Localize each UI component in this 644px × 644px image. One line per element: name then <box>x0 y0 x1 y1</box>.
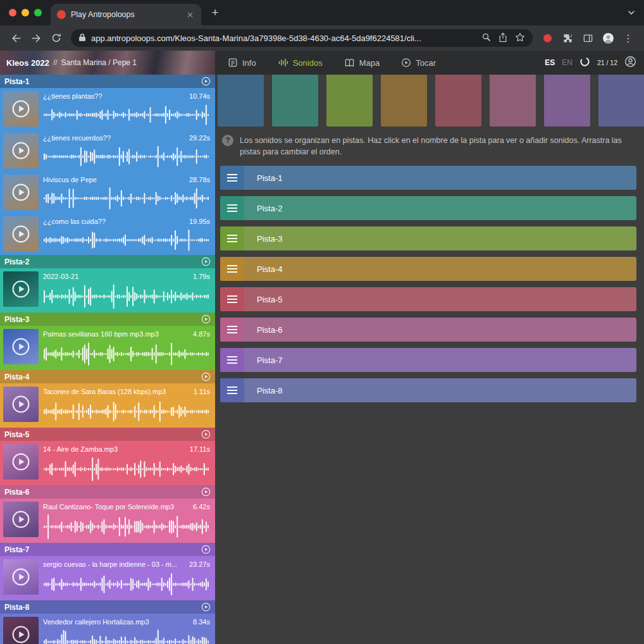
clip-play-button[interactable] <box>11 395 30 414</box>
header-right: ES EN 21 / 12 <box>545 56 644 70</box>
breadcrumb[interactable]: Kleos 2022 // Santa Marina / Pepe 1 <box>0 51 215 75</box>
drag-handle[interactable] <box>220 257 244 281</box>
track-bar-label: Pista-1 <box>244 166 282 190</box>
browser-menu-icon[interactable]: ⋮ <box>619 28 638 47</box>
clip-play-button[interactable] <box>11 625 30 644</box>
clip-play-button[interactable] <box>11 452 30 471</box>
clip-row[interactable]: Hiviscus de Pepe28.78s <box>0 171 215 213</box>
clip-row[interactable]: Vendedor callejero Hortalizas.mp38.34s <box>0 614 215 644</box>
lang-en-button[interactable]: EN <box>562 58 573 67</box>
track-bar-pista-6[interactable]: Pista-6 <box>220 318 636 342</box>
clip-play-button[interactable] <box>11 337 30 356</box>
track-bar-pista-4[interactable]: Pista-4 <box>220 257 636 281</box>
drag-handle[interactable] <box>220 378 244 402</box>
track-header[interactable]: Pista-3 <box>0 313 215 326</box>
help-box: ? Los sonidos se organizan en pistas. Ha… <box>222 135 631 158</box>
account-icon[interactable] <box>624 56 636 70</box>
forward-icon[interactable] <box>27 28 46 47</box>
track-header[interactable]: Pista-4 <box>0 370 215 383</box>
nav-tab-mapa[interactable]: Mapa <box>344 58 380 68</box>
address-bar[interactable]: app.antropoloops.com/Kleos-Santa-Marina/… <box>71 29 533 47</box>
tab-close-icon[interactable] <box>185 9 195 20</box>
track-play-button[interactable] <box>201 602 211 612</box>
window-close-button[interactable] <box>9 9 16 16</box>
track-bar-pista-1[interactable]: Pista-1 <box>220 166 636 190</box>
color-swatch-pista-3[interactable] <box>326 75 373 127</box>
track-play-button[interactable] <box>201 257 211 266</box>
drag-handle[interactable] <box>220 196 244 220</box>
track-header[interactable]: Pista-1 <box>0 75 215 88</box>
clip-play-button[interactable] <box>11 510 30 529</box>
recording-extension-icon[interactable] <box>538 28 557 47</box>
reload-icon[interactable] <box>47 28 66 47</box>
profile-avatar-icon[interactable] <box>598 28 617 47</box>
track-header[interactable]: Pista-6 <box>0 485 215 498</box>
track-header[interactable]: Pista-7 <box>0 543 215 556</box>
clip-play-button[interactable] <box>11 567 30 586</box>
clip-row[interactable]: Taconeo de Sara Baras (128 kbps).mp31.11… <box>0 383 215 428</box>
track-bar-pista-7[interactable]: Pista-7 <box>220 348 636 372</box>
color-swatch-pista-6[interactable] <box>490 75 536 127</box>
track-play-button[interactable] <box>201 77 211 86</box>
window-zoom-button[interactable] <box>34 9 42 16</box>
track-bar-pista-3[interactable]: Pista-3 <box>220 226 636 251</box>
nav-tab-tocar[interactable]: Tocar <box>401 58 436 68</box>
track-name: Pista-5 <box>4 430 201 439</box>
breadcrumb-project: Kleos 2022 <box>6 58 49 68</box>
track-section-pista-7: Pista-7sergio cuevas - la harpe indienne… <box>0 543 215 600</box>
clip-row[interactable]: ¿¿como las cuida??19.95s <box>0 213 215 255</box>
clip-waveform <box>43 399 210 424</box>
color-swatch-pista-5[interactable] <box>435 75 481 127</box>
clip-play-button[interactable] <box>11 99 30 118</box>
clip-row[interactable]: 14 - Aire de Zamba.mp317.11s <box>0 441 215 485</box>
clip-row[interactable]: ¿¿tienes recuerdos??29.22s <box>0 130 215 171</box>
clip-name: ¿¿tienes recuerdos?? <box>43 134 111 143</box>
track-play-button[interactable] <box>201 314 211 324</box>
drag-handle[interactable] <box>220 226 244 251</box>
tab-search-chevron-icon[interactable] <box>628 10 635 15</box>
track-bar-pista-2[interactable]: Pista-2 <box>220 196 636 220</box>
extensions-puzzle-icon[interactable] <box>558 28 577 47</box>
clip-play-button[interactable] <box>11 225 30 244</box>
window-minimize-button[interactable] <box>22 9 29 16</box>
track-play-button[interactable] <box>201 372 211 381</box>
clip-row[interactable]: Palmas sevillanas 160 bpm mp3.mp34.87s <box>0 326 215 370</box>
track-play-button[interactable] <box>201 430 211 439</box>
drag-handle[interactable] <box>220 287 244 311</box>
color-swatch-pista-8[interactable] <box>598 75 644 127</box>
nav-tab-sonidos[interactable]: Sonidos <box>278 58 323 68</box>
clip-row[interactable]: ¿¿tienes plantas??10.74s <box>0 88 215 130</box>
browser-tab[interactable]: Play Antropoloops <box>51 4 201 25</box>
track-bar-label: Pista-6 <box>244 318 282 342</box>
lang-es-button[interactable]: ES <box>545 58 555 67</box>
color-swatch-pista-1[interactable] <box>218 75 264 127</box>
new-tab-button[interactable]: + <box>206 4 224 22</box>
clip-row[interactable]: sergio cuevas - la harpe indienne - 03 -… <box>0 556 215 600</box>
color-swatch-pista-2[interactable] <box>272 75 318 127</box>
color-swatch-pista-7[interactable] <box>544 75 590 127</box>
track-header[interactable]: Pista-5 <box>0 428 215 441</box>
track-header[interactable]: Pista-2 <box>0 255 215 268</box>
drag-handle[interactable] <box>220 318 244 342</box>
nav-tab-info[interactable]: Info <box>228 58 256 68</box>
side-panel-icon[interactable] <box>578 28 597 47</box>
track-header[interactable]: Pista-8 <box>0 600 215 614</box>
track-play-button[interactable] <box>201 545 211 554</box>
share-icon[interactable] <box>498 32 507 44</box>
track-bar-pista-5[interactable]: Pista-5 <box>220 287 636 311</box>
clip-row[interactable]: 2022-03-211.79s <box>0 268 215 313</box>
track-bar-pista-8[interactable]: Pista-8 <box>220 378 636 402</box>
color-swatch-pista-4[interactable] <box>381 75 427 127</box>
drag-handle[interactable] <box>220 166 244 190</box>
clip-play-button[interactable] <box>11 280 30 299</box>
clip-play-button[interactable] <box>11 141 30 160</box>
clip-row[interactable]: Raul Cantizano- Toque por Solenoide.mp36… <box>0 498 215 543</box>
zoom-icon[interactable] <box>481 32 491 44</box>
track-play-button[interactable] <box>201 487 211 497</box>
back-icon[interactable] <box>6 28 25 47</box>
clip-play-button[interactable] <box>11 183 30 202</box>
drag-handle[interactable] <box>220 348 244 372</box>
browser-toolbar: app.antropoloops.com/Kleos-Santa-Marina/… <box>0 25 644 51</box>
bookmark-star-icon[interactable] <box>515 32 525 44</box>
track-bar-label: Pista-2 <box>244 196 282 220</box>
